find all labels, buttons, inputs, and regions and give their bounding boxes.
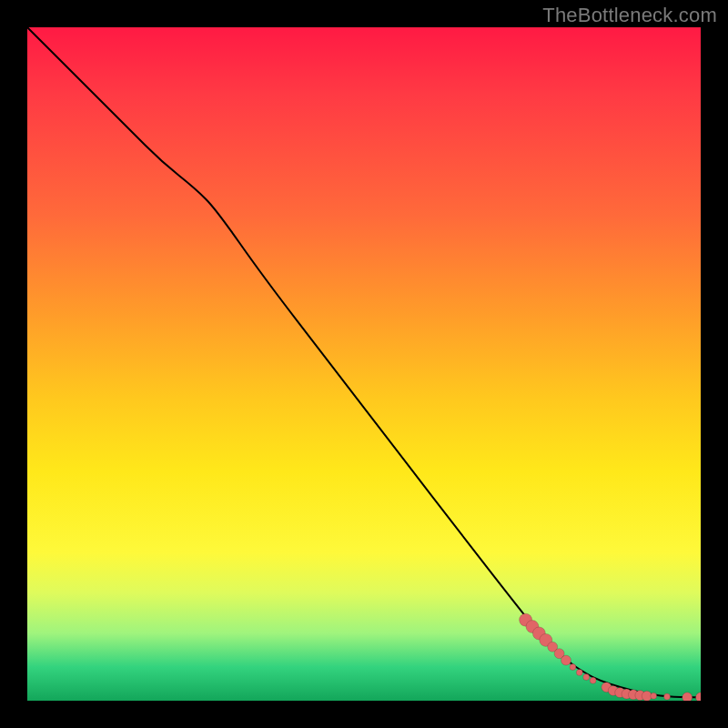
marker-group bbox=[520, 613, 701, 701]
data-marker bbox=[651, 693, 657, 699]
watermark-label: TheBottleneck.com bbox=[542, 4, 717, 27]
chart-stage: TheBottleneck.com bbox=[0, 0, 728, 728]
bottleneck-curve bbox=[27, 27, 701, 697]
data-marker bbox=[664, 693, 671, 700]
data-marker bbox=[590, 677, 596, 683]
data-marker bbox=[576, 669, 582, 675]
chart-svg bbox=[27, 27, 701, 701]
data-marker bbox=[561, 655, 571, 665]
data-marker bbox=[696, 693, 702, 701]
data-marker bbox=[570, 664, 576, 671]
data-marker bbox=[583, 674, 590, 681]
plot-area bbox=[27, 27, 701, 701]
data-marker bbox=[682, 693, 693, 701]
